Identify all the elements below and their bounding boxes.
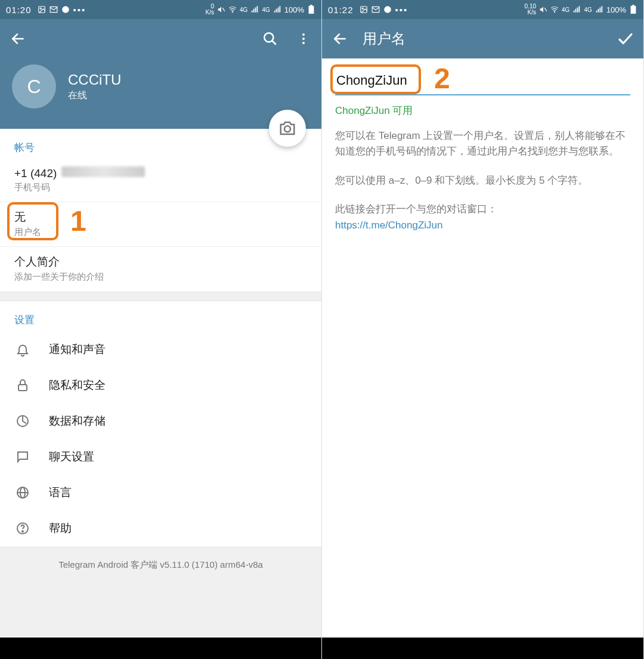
statusbar: 01:20 ••• 0K/s 4G 4G 100% bbox=[0, 0, 321, 19]
android-navbar bbox=[322, 638, 643, 659]
android-navbar bbox=[0, 638, 321, 659]
phone-label: 手机号码 bbox=[14, 182, 307, 193]
svg-rect-27 bbox=[632, 5, 634, 6]
setting-chat[interactable]: 聊天设置 bbox=[0, 439, 321, 475]
username-row[interactable]: 无 用户名 1 bbox=[0, 202, 321, 247]
mail-icon bbox=[371, 5, 380, 14]
mute-icon bbox=[539, 5, 547, 14]
help-text-1: 您可以在 Telegram 上设置一个用户名。设置后，别人将能够在不知道您的手机… bbox=[335, 128, 630, 160]
chat-bubble-icon bbox=[61, 5, 70, 14]
signal-icon-1 bbox=[250, 5, 259, 14]
globe-icon bbox=[14, 484, 31, 501]
net-4g-1: 4G bbox=[562, 7, 569, 13]
help-text-3: 此链接会打开一个与您的对话窗口： bbox=[335, 202, 630, 217]
chat-bubble-icon bbox=[383, 5, 392, 14]
svg-line-3 bbox=[222, 8, 225, 11]
battery-icon bbox=[629, 5, 637, 14]
username-form: 2 ChongZiJun 可用 您可以在 Telegram 上设置一个用户名。设… bbox=[322, 58, 643, 242]
signal-icon-2 bbox=[595, 5, 603, 14]
setting-label: 语言 bbox=[49, 485, 72, 500]
help-text-2: 您可以使用 a–z、0–9 和下划线。最小长度为 5 个字符。 bbox=[335, 173, 630, 188]
setting-label: 通知和声音 bbox=[49, 342, 106, 357]
more-dots-icon: ••• bbox=[73, 5, 86, 15]
mail-icon bbox=[49, 5, 58, 14]
signal-icon-2 bbox=[273, 5, 281, 14]
setting-help[interactable]: 帮助 bbox=[0, 511, 321, 546]
svg-rect-6 bbox=[310, 5, 312, 6]
confirm-check-icon[interactable] bbox=[615, 28, 636, 49]
setting-label: 帮助 bbox=[49, 521, 72, 536]
search-icon[interactable] bbox=[259, 28, 281, 49]
bell-icon bbox=[14, 341, 31, 358]
more-dots-icon: ••• bbox=[395, 5, 408, 15]
bio-row[interactable]: 个人简介 添加一些关于你的介绍 bbox=[0, 247, 321, 292]
appbar: 用户名 bbox=[322, 19, 643, 58]
bio-hint: 添加一些关于你的介绍 bbox=[14, 271, 307, 283]
network-speed: 0K/s bbox=[206, 4, 214, 16]
profile-status: 在线 bbox=[68, 89, 121, 102]
phone-blurred bbox=[61, 166, 145, 177]
svg-rect-26 bbox=[631, 6, 636, 14]
settings-header: 设置 bbox=[0, 301, 321, 332]
svg-point-13 bbox=[284, 126, 290, 132]
wifi-icon bbox=[228, 5, 237, 14]
username-value: 无 bbox=[14, 209, 307, 225]
svg-point-11 bbox=[302, 38, 305, 40]
setting-label: 数据和存储 bbox=[49, 413, 106, 429]
bio-title: 个人简介 bbox=[14, 254, 307, 270]
svg-point-20 bbox=[22, 531, 23, 532]
setting-label: 隐私和安全 bbox=[49, 378, 106, 393]
overflow-menu-icon[interactable] bbox=[293, 28, 314, 49]
version-footer: Telegram Android 客户端 v5.11.0 (1710) arm6… bbox=[0, 546, 321, 638]
username-available: ChongZiJun 可用 bbox=[335, 104, 630, 117]
svg-point-12 bbox=[302, 42, 305, 44]
setting-notifications[interactable]: 通知和声音 bbox=[0, 332, 321, 367]
page-title: 用户名 bbox=[363, 29, 405, 48]
svg-point-1 bbox=[40, 8, 41, 9]
mute-icon bbox=[217, 5, 225, 14]
help-icon bbox=[14, 520, 31, 537]
svg-rect-5 bbox=[309, 6, 314, 14]
svg-point-22 bbox=[362, 8, 363, 9]
svg-line-24 bbox=[544, 8, 547, 11]
lock-icon bbox=[14, 377, 31, 394]
profile-header: C CCCiTU 在线 bbox=[0, 58, 321, 129]
svg-point-25 bbox=[554, 12, 555, 13]
back-icon[interactable] bbox=[329, 28, 351, 49]
username-label: 用户名 bbox=[14, 227, 307, 238]
screen-settings: 01:20 ••• 0K/s 4G 4G 100% bbox=[0, 0, 322, 659]
section-divider bbox=[0, 292, 321, 301]
setting-privacy[interactable]: 隐私和安全 bbox=[0, 367, 321, 403]
username-link[interactable]: https://t.me/ChongZiJun bbox=[335, 219, 630, 231]
username-input[interactable] bbox=[335, 69, 630, 95]
svg-point-10 bbox=[302, 33, 305, 36]
setting-language[interactable]: 语言 bbox=[0, 475, 321, 511]
phone-row[interactable]: +1 (442) 手机号码 bbox=[0, 159, 321, 202]
chat-icon bbox=[14, 448, 31, 465]
image-icon bbox=[360, 5, 368, 14]
back-icon[interactable] bbox=[7, 28, 29, 49]
net-4g-2: 4G bbox=[584, 7, 592, 13]
phone-prefix: +1 (442) bbox=[14, 167, 57, 180]
svg-line-9 bbox=[272, 41, 276, 45]
camera-fab[interactable] bbox=[269, 110, 306, 147]
svg-rect-14 bbox=[18, 385, 27, 391]
avatar[interactable]: C bbox=[12, 64, 56, 109]
setting-data[interactable]: 数据和存储 bbox=[0, 403, 321, 439]
data-icon bbox=[14, 413, 31, 429]
svg-point-23 bbox=[384, 6, 391, 13]
status-time: 01:20 bbox=[6, 5, 32, 15]
battery-pct: 100% bbox=[284, 5, 304, 14]
statusbar: 01:22 ••• 0.10K/s 4G 4G 100% bbox=[322, 0, 643, 19]
profile-name: CCCiTU bbox=[68, 72, 121, 88]
battery-icon bbox=[307, 5, 315, 14]
net-4g-1: 4G bbox=[240, 7, 247, 13]
screen-username-edit: 01:22 ••• 0.10K/s 4G 4G 100% 用户名 bbox=[322, 0, 644, 659]
net-4g-2: 4G bbox=[262, 7, 270, 13]
svg-point-4 bbox=[232, 12, 233, 13]
network-speed: 0.10K/s bbox=[525, 4, 536, 16]
status-time: 01:22 bbox=[328, 5, 354, 15]
svg-point-8 bbox=[264, 33, 273, 42]
battery-pct: 100% bbox=[606, 5, 626, 14]
wifi-icon bbox=[550, 5, 559, 14]
